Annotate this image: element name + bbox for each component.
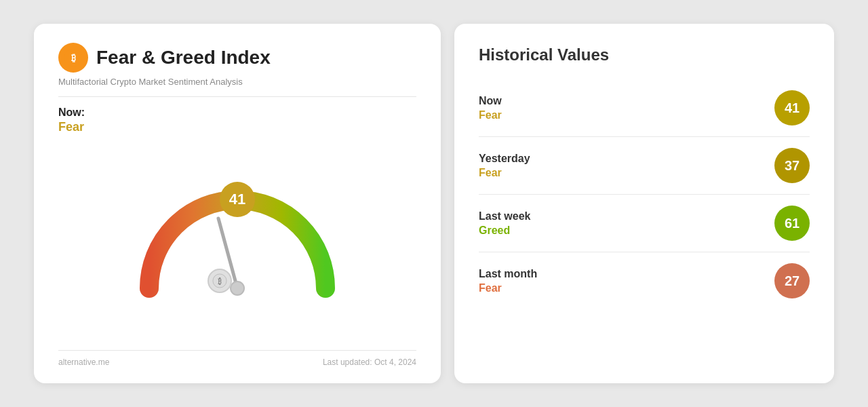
svg-text:₿: ₿ [71, 52, 76, 63]
hist-row-lastweek: Last week Greed 61 [479, 195, 810, 252]
hist-badge-lastmonth: 27 [774, 263, 810, 298]
gauge-area: 41 [58, 134, 416, 341]
footer-row: alternative.me Last updated: Oct 4, 2024 [58, 350, 416, 367]
footer-source: alternative.me [58, 357, 109, 367]
hist-label-lastmonth: Last month Fear [479, 268, 537, 294]
footer-updated: Last updated: Oct 4, 2024 [323, 357, 416, 367]
gauge-value: 41 [220, 182, 255, 217]
hist-row-now: Now Fear 41 [479, 79, 810, 137]
title-divider [58, 96, 416, 97]
now-label: Now: [58, 106, 416, 119]
main-container: ₿ Fear & Greed Index Multifactorial Cryp… [0, 0, 868, 407]
now-sentiment: Fear [58, 120, 416, 134]
needle-end-bitcoin: ₿ [208, 269, 232, 293]
fear-greed-card: ₿ Fear & Greed Index Multifactorial Cryp… [34, 24, 441, 383]
hist-row-lastmonth: Last month Fear 27 [479, 252, 810, 309]
hist-badge-yesterday: 37 [774, 148, 810, 183]
hist-label-yesterday: Yesterday Fear [479, 153, 530, 179]
historical-title: Historical Values [479, 45, 810, 64]
svg-text:₿: ₿ [218, 277, 222, 286]
hist-label-now: Now Fear [479, 95, 502, 121]
gauge-container: 41 [122, 170, 353, 305]
subtitle: Multifactorial Crypto Market Sentiment A… [58, 77, 416, 87]
hist-row-yesterday: Yesterday Fear 37 [479, 137, 810, 195]
title-row: ₿ Fear & Greed Index [58, 43, 416, 73]
historical-card: Historical Values Now Fear 41 Yesterday … [454, 24, 834, 383]
bitcoin-icon: ₿ [58, 43, 88, 73]
hist-badge-lastweek: 61 [774, 206, 810, 241]
main-title: Fear & Greed Index [96, 47, 271, 69]
hist-badge-now: 41 [774, 90, 810, 125]
svg-point-3 [231, 282, 244, 295]
hist-label-lastweek: Last week Greed [479, 210, 530, 237]
